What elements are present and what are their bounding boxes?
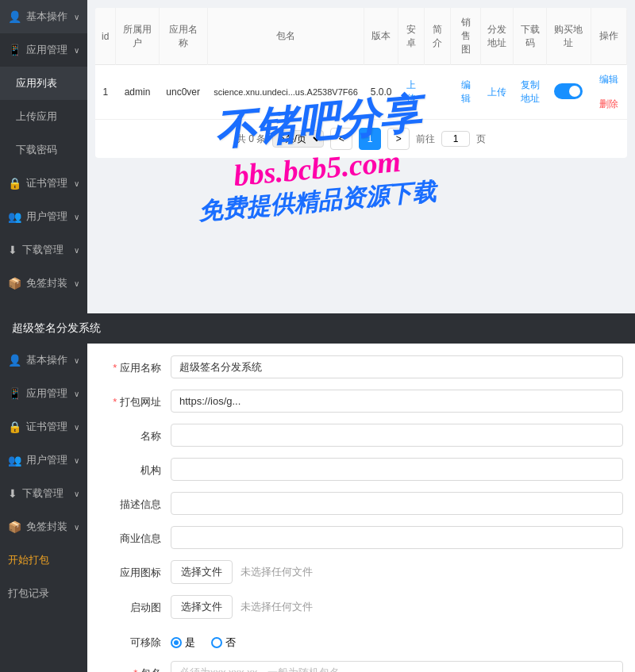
cell-distaddr[interactable]: 上传 bbox=[480, 65, 514, 120]
col-salesimg: 销售图 bbox=[451, 8, 480, 65]
total-count: 共 0 条 bbox=[237, 132, 266, 146]
goto-page-input[interactable] bbox=[441, 131, 470, 147]
form-row-movable: 可移除 是 否 bbox=[99, 630, 623, 650]
col-desc: 简介 bbox=[425, 8, 451, 65]
form-row-biz: 商业信息 bbox=[99, 526, 623, 549]
p2-download-icon: ⬇ bbox=[8, 487, 17, 500]
cell-package: science.xnu.undeci...us.A2538V7F66 bbox=[207, 65, 364, 120]
p2-sidebar-download-mgmt[interactable]: ⬇ 下载管理 ∨ bbox=[0, 477, 87, 510]
org-label: 机构 bbox=[99, 458, 171, 478]
panel2-title: 超级签名分发系统 bbox=[12, 321, 101, 334]
package-label: 包名 bbox=[99, 661, 171, 672]
panel1: 👤 基本操作 ∨ 📱 应用管理 ∨ 应用列表 上传应用 下载密码 🔒 证书管理 … bbox=[0, 0, 635, 313]
org-input[interactable] bbox=[171, 458, 623, 481]
p2-basic-ops-icon: 👤 bbox=[8, 354, 21, 367]
cell-salesimg[interactable]: 编辑 bbox=[451, 65, 480, 120]
toggle-buyaddr[interactable] bbox=[554, 83, 583, 99]
chevron-down-icon: ∨ bbox=[74, 13, 79, 21]
app-table: id 所属用户 应用名称 包名 版本 安卓 简介 销售图 分发地址 下载码 购买… bbox=[95, 8, 627, 120]
app-table-container: id 所属用户 应用名称 包名 版本 安卓 简介 销售图 分发地址 下载码 购买… bbox=[95, 8, 627, 158]
panel2: 超级签名分发系统 👤 基本操作 ∨ 📱 应用管理 ∨ 🔒 证书管理 ∨ 👥 用户… bbox=[0, 313, 635, 672]
pagination: 共 0 条 5条/页 < 1 > 前往 页 bbox=[95, 120, 627, 158]
desc-input[interactable] bbox=[171, 492, 623, 515]
form-row-name: 名称 bbox=[99, 424, 623, 447]
panel2-sidebar: 👤 基本操作 ∨ 📱 应用管理 ∨ 🔒 证书管理 ∨ 👥 用户管理 ∨ ⬇ bbox=[0, 344, 87, 672]
startup-file-btn[interactable]: 选择文件 bbox=[171, 595, 233, 619]
movable-radio-group: 是 否 bbox=[171, 630, 236, 650]
col-user: 所属用户 bbox=[116, 8, 159, 65]
prev-page-btn[interactable]: < bbox=[330, 128, 352, 150]
sidebar-item-download-mgmt[interactable]: ⬇ 下载管理 ∨ bbox=[0, 233, 87, 267]
radio-yes[interactable]: 是 bbox=[171, 636, 195, 650]
p2-sign-icon: 📦 bbox=[8, 520, 21, 533]
table-row: 1 admin unc0ver science.xnu.undeci...us.… bbox=[95, 65, 627, 120]
sidebar-item-free-sign[interactable]: 📦 免签封装 ∨ bbox=[0, 267, 87, 300]
col-package: 包名 bbox=[207, 8, 364, 65]
download-url-input[interactable] bbox=[171, 390, 623, 413]
radio-no[interactable]: 否 bbox=[211, 636, 236, 650]
upload-distaddr-btn[interactable]: 上传 bbox=[487, 86, 506, 99]
package-input[interactable] bbox=[171, 661, 623, 672]
biz-label: 商业信息 bbox=[99, 526, 171, 546]
page-suffix: 页 bbox=[476, 132, 486, 146]
cell-appname: unc0ver bbox=[159, 65, 207, 120]
sidebar-item-app-list[interactable]: 应用列表 bbox=[0, 67, 87, 100]
p2-app-mgmt-icon: 📱 bbox=[8, 387, 21, 400]
startup-label: 启动图 bbox=[99, 595, 171, 615]
col-appname: 应用名称 bbox=[159, 8, 207, 65]
col-dlcode: 下载码 bbox=[514, 8, 546, 65]
copy-addr-btn[interactable]: 复制地址 bbox=[520, 79, 540, 106]
radio-no-circle bbox=[211, 637, 222, 648]
col-version: 版本 bbox=[364, 8, 398, 65]
form-row-desc: 描述信息 bbox=[99, 492, 623, 515]
col-distaddr: 分发地址 bbox=[480, 8, 514, 65]
delete-app-btn[interactable]: 删除 bbox=[599, 98, 618, 111]
p2-sidebar-start-pack[interactable]: 开始打包 bbox=[0, 543, 87, 577]
cell-id: 1 bbox=[95, 65, 116, 120]
p2-cert-icon: 🔒 bbox=[8, 420, 21, 433]
biz-input[interactable] bbox=[171, 526, 623, 549]
p2-sidebar-free-sign[interactable]: 📦 免签封装 ∨ bbox=[0, 510, 87, 543]
cell-dlcode[interactable]: 复制地址 bbox=[514, 65, 546, 120]
page1-btn[interactable]: 1 bbox=[359, 128, 381, 150]
cert-icon: 🔒 bbox=[8, 177, 21, 190]
form-row-appname: 应用名称 bbox=[99, 355, 623, 378]
upload-android-btn[interactable]: 上传 bbox=[404, 79, 418, 106]
next-page-btn[interactable]: > bbox=[387, 128, 410, 150]
sidebar-item-app-mgmt[interactable]: 📱 应用管理 ∨ bbox=[0, 33, 87, 67]
edit-salesimg-btn[interactable]: 编辑 bbox=[457, 79, 474, 106]
cell-version: 5.0.0 bbox=[364, 65, 398, 120]
p2-sidebar-user-mgmt[interactable]: 👥 用户管理 ∨ bbox=[0, 444, 87, 477]
icon-file-btn[interactable]: 选择文件 bbox=[171, 560, 233, 584]
sidebar-item-upload-app[interactable]: 上传应用 bbox=[0, 100, 87, 133]
panel2-header: 超级签名分发系统 bbox=[0, 313, 635, 344]
p2-sidebar-cert-mgmt[interactable]: 🔒 证书管理 ∨ bbox=[0, 410, 87, 444]
col-id: id bbox=[95, 8, 116, 65]
col-ops: 操作 bbox=[591, 8, 627, 65]
cell-ops: 编辑 删除 bbox=[591, 65, 627, 120]
chevron-down-icon: ∨ bbox=[74, 279, 79, 288]
p2-sidebar-basic-ops[interactable]: 👤 基本操作 ∨ bbox=[0, 344, 87, 377]
sign-icon: 📦 bbox=[8, 277, 21, 290]
sidebar-item-user-mgmt[interactable]: 👥 用户管理 ∨ bbox=[0, 200, 87, 233]
appname-input[interactable] bbox=[171, 355, 623, 378]
p2-sidebar-pack-log[interactable]: 打包记录 bbox=[0, 577, 87, 610]
sidebar-item-cert-mgmt[interactable]: 🔒 证书管理 ∨ bbox=[0, 167, 87, 200]
download-url-label: 打包网址 bbox=[99, 390, 171, 409]
desc-label: 描述信息 bbox=[99, 492, 171, 512]
user-icon: 👥 bbox=[8, 210, 21, 223]
icon-label: 应用图标 bbox=[99, 560, 171, 580]
sidebar-item-basic-ops[interactable]: 👤 基本操作 ∨ bbox=[0, 0, 87, 33]
startup-no-file: 未选择任何文件 bbox=[241, 600, 313, 614]
sidebar-item-download-pwd[interactable]: 下载密码 bbox=[0, 133, 87, 167]
chevron-down-icon: ∨ bbox=[74, 46, 79, 55]
name-input[interactable] bbox=[171, 424, 623, 447]
cell-buyaddr[interactable] bbox=[546, 65, 591, 120]
cell-android[interactable]: 上传 bbox=[398, 65, 424, 120]
page-size-select[interactable]: 5条/页 bbox=[272, 130, 324, 148]
p2-sidebar-app-mgmt[interactable]: 📱 应用管理 ∨ bbox=[0, 377, 87, 410]
movable-label: 可移除 bbox=[99, 630, 171, 650]
edit-app-btn[interactable]: 编辑 bbox=[599, 73, 618, 86]
app-mgmt-icon: 📱 bbox=[8, 44, 21, 56]
icon-no-file: 未选择任何文件 bbox=[241, 565, 313, 579]
